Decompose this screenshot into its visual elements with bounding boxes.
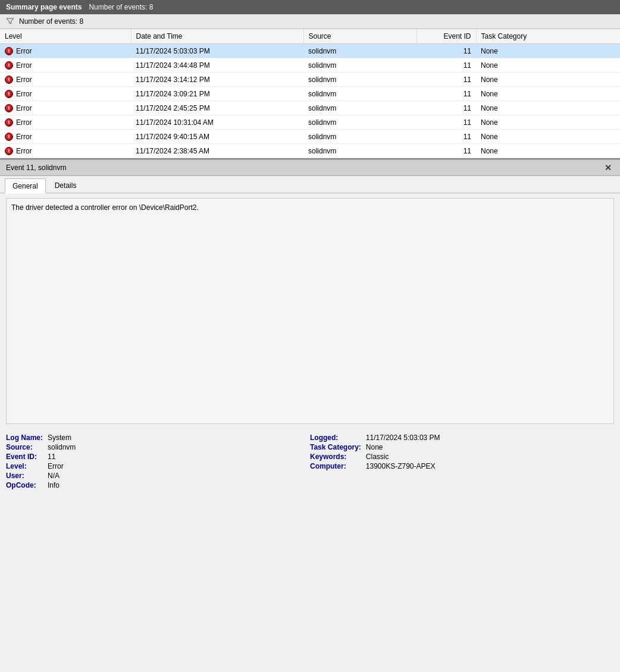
cell-eventid: 11 bbox=[417, 73, 476, 87]
meta-value: Classic bbox=[366, 453, 614, 461]
cell-source: solidnvm bbox=[303, 44, 417, 58]
cell-eventid: 11 bbox=[417, 144, 476, 158]
level-text: Error bbox=[16, 147, 32, 155]
event-message: The driver detected a controller error o… bbox=[11, 203, 199, 212]
tab-general[interactable]: General bbox=[5, 178, 46, 193]
cell-level: Error bbox=[0, 87, 131, 101]
cell-datetime: 11/17/2024 10:31:04 AM bbox=[131, 115, 303, 130]
table-header-row: Level Date and Time Source Event ID Task… bbox=[0, 29, 620, 44]
filter-bar: Number of events: 8 bbox=[0, 14, 620, 29]
col-header-datetime[interactable]: Date and Time bbox=[131, 29, 303, 44]
cell-source: solidnvm bbox=[303, 130, 417, 144]
cell-level: Error bbox=[0, 58, 131, 73]
filter-label: Number of events: 8 bbox=[19, 17, 83, 26]
level-text: Error bbox=[16, 118, 32, 127]
table-row[interactable]: Error11/17/2024 5:03:03 PMsolidnvm11None bbox=[0, 44, 620, 58]
top-bar: Summary page events Number of events: 8 bbox=[0, 0, 620, 14]
meta-label: Level: bbox=[6, 462, 43, 470]
level-text: Error bbox=[16, 76, 32, 84]
cell-level: Error bbox=[0, 115, 131, 130]
meta-value: solidnvm bbox=[48, 443, 310, 451]
cell-taskcategory: None bbox=[476, 73, 620, 87]
cell-source: solidnvm bbox=[303, 144, 417, 158]
meta-label: Log Name: bbox=[6, 434, 43, 442]
level-text: Error bbox=[16, 47, 32, 55]
cell-eventid: 11 bbox=[417, 101, 476, 115]
close-button[interactable]: ✕ bbox=[602, 163, 614, 172]
meta-value: Info bbox=[48, 481, 310, 489]
table-row[interactable]: Error11/17/2024 10:31:04 AMsolidnvm11Non… bbox=[0, 115, 620, 130]
cell-datetime: 11/17/2024 3:09:21 PM bbox=[131, 87, 303, 101]
cell-source: solidnvm bbox=[303, 87, 417, 101]
cell-datetime: 11/17/2024 2:45:25 PM bbox=[131, 101, 303, 115]
level-text: Error bbox=[16, 61, 32, 70]
meta-label: Logged: bbox=[310, 434, 361, 442]
error-icon bbox=[5, 104, 13, 112]
col-header-taskcategory[interactable]: Task Category bbox=[476, 29, 620, 44]
meta-value: 11 bbox=[48, 453, 310, 461]
cell-source: solidnvm bbox=[303, 58, 417, 73]
metadata-left: Log Name:SystemSource:solidnvmEvent ID:1… bbox=[6, 434, 310, 489]
error-icon bbox=[5, 90, 13, 98]
cell-eventid: 11 bbox=[417, 58, 476, 73]
col-header-level[interactable]: Level bbox=[0, 29, 131, 44]
cell-datetime: 11/17/2024 2:38:45 AM bbox=[131, 144, 303, 158]
meta-value: System bbox=[48, 434, 310, 442]
error-icon bbox=[5, 47, 13, 55]
table-row[interactable]: Error11/17/2024 2:45:25 PMsolidnvm11None bbox=[0, 101, 620, 115]
error-icon bbox=[5, 133, 13, 141]
cell-datetime: 11/17/2024 5:03:03 PM bbox=[131, 44, 303, 58]
meta-label: Source: bbox=[6, 443, 43, 451]
table-row[interactable]: Error11/17/2024 3:44:48 PMsolidnvm11None bbox=[0, 58, 620, 73]
level-text: Error bbox=[16, 90, 32, 98]
cell-datetime: 11/17/2024 9:40:15 AM bbox=[131, 130, 303, 144]
top-bar-title: Summary page events bbox=[6, 3, 82, 11]
table-row[interactable]: Error11/17/2024 2:38:45 AMsolidnvm11None bbox=[0, 144, 620, 158]
table-body: Error11/17/2024 5:03:03 PMsolidnvm11None… bbox=[0, 44, 620, 158]
event-header-title: Event 11, solidnvm bbox=[6, 164, 66, 172]
cell-taskcategory: None bbox=[476, 87, 620, 101]
event-detail-section: Event 11, solidnvm ✕ General Details The… bbox=[0, 159, 620, 495]
cell-taskcategory: None bbox=[476, 101, 620, 115]
tab-details[interactable]: Details bbox=[47, 178, 84, 193]
cell-source: solidnvm bbox=[303, 101, 417, 115]
cell-level: Error bbox=[0, 73, 131, 87]
cell-taskcategory: None bbox=[476, 130, 620, 144]
cell-eventid: 11 bbox=[417, 44, 476, 58]
cell-taskcategory: None bbox=[476, 115, 620, 130]
meta-label: User: bbox=[6, 472, 43, 480]
meta-label: OpCode: bbox=[6, 481, 43, 489]
cell-taskcategory: None bbox=[476, 144, 620, 158]
event-header: Event 11, solidnvm ✕ bbox=[0, 160, 620, 176]
error-icon bbox=[5, 76, 13, 84]
cell-source: solidnvm bbox=[303, 115, 417, 130]
error-icon bbox=[5, 61, 13, 70]
metadata-right: Logged:11/17/2024 5:03:03 PMTask Categor… bbox=[310, 434, 614, 489]
meta-label: Keywords: bbox=[310, 453, 361, 461]
error-icon bbox=[5, 118, 13, 127]
cell-source: solidnvm bbox=[303, 73, 417, 87]
cell-eventid: 11 bbox=[417, 87, 476, 101]
col-header-source[interactable]: Source bbox=[303, 29, 417, 44]
cell-eventid: 11 bbox=[417, 130, 476, 144]
cell-eventid: 11 bbox=[417, 115, 476, 130]
table-row[interactable]: Error11/17/2024 9:40:15 AMsolidnvm11None bbox=[0, 130, 620, 144]
cell-datetime: 11/17/2024 3:44:48 PM bbox=[131, 58, 303, 73]
meta-value: N/A bbox=[48, 472, 310, 480]
tabs-bar: General Details bbox=[0, 176, 620, 193]
table-row[interactable]: Error11/17/2024 3:09:21 PMsolidnvm11None bbox=[0, 87, 620, 101]
cell-level: Error bbox=[0, 101, 131, 115]
meta-value: 11/17/2024 5:03:03 PM bbox=[366, 434, 614, 442]
events-table-section: Level Date and Time Source Event ID Task… bbox=[0, 29, 620, 159]
level-text: Error bbox=[16, 104, 32, 112]
meta-value: Error bbox=[48, 462, 310, 470]
event-message-box: The driver detected a controller error o… bbox=[6, 198, 614, 424]
cell-datetime: 11/17/2024 3:14:12 PM bbox=[131, 73, 303, 87]
meta-label: Task Category: bbox=[310, 443, 361, 451]
col-header-eventid[interactable]: Event ID bbox=[417, 29, 476, 44]
meta-value: 13900KS-Z790-APEX bbox=[366, 462, 614, 470]
cell-level: Error bbox=[0, 130, 131, 144]
error-icon bbox=[5, 147, 13, 155]
cell-taskcategory: None bbox=[476, 58, 620, 73]
table-row[interactable]: Error11/17/2024 3:14:12 PMsolidnvm11None bbox=[0, 73, 620, 87]
